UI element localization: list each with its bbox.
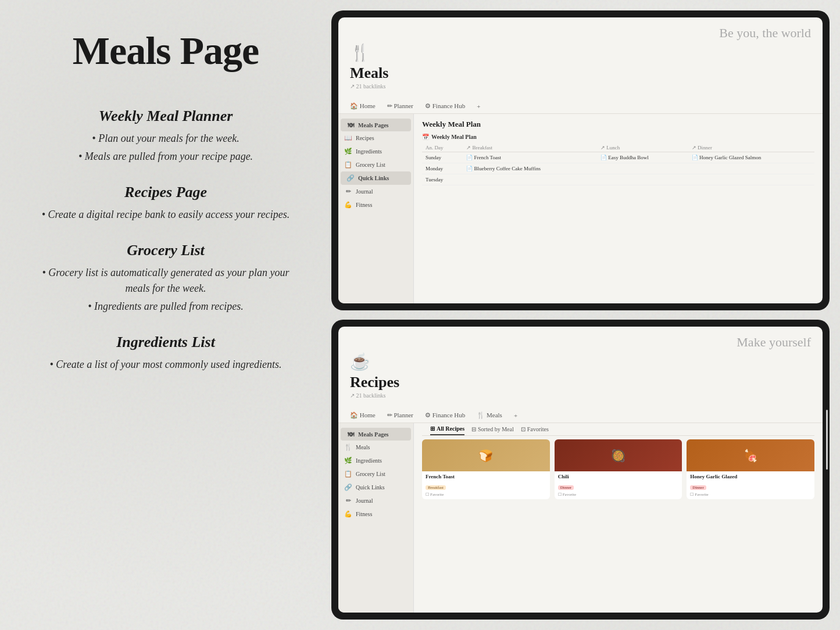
top-tablet-body: 🍽 Meals Pages 📖 Recipes 🌿 Ingredients 📋 … [338,114,823,303]
quick-links-icon: 🔗 [346,174,355,182]
favorite-label: Favorite [695,492,708,497]
recipes-grid: 🍞 French Toast Breakfast ☐ Favorite [422,439,814,499]
fitness-icon: 💪 [344,201,352,209]
top-tablet-header: Be you, the world 🍴 Meals ↗ 21 backlinks [338,17,823,99]
bottom-tagline: Make yourself [350,335,811,350]
all-recipes-label: All Recipes [437,425,464,432]
calendar-icon: 📅 [422,134,429,140]
cell-lunch [597,163,688,174]
french-toast-favorite: ☐ Favorite [426,492,546,497]
nav-meals-bottom[interactable]: 🍴 Meals [477,411,502,419]
fitness-icon-b: 💪 [344,510,352,518]
cell-dinner [688,163,814,174]
col-breakfast: ↗ Breakfast [463,144,597,152]
nav-add[interactable]: + [477,102,480,110]
sidebar-label: Grocery List [356,162,385,168]
chili-name: Chili [558,474,679,479]
tab-all-recipes[interactable]: ⊞ All Recipes [430,423,464,435]
table-row: Tuesday [422,174,814,185]
main-content-title: Weekly Meal Plan [422,120,814,129]
sidebar-label: Meals Pages [358,431,389,438]
weekly-meal-planner-bullets: Plan out your meals for the week. Meals … [78,131,253,164]
sidebar-label: Fitness [356,511,372,517]
sidebar-bottom-meals[interactable]: 🍴 Meals [338,441,413,454]
honey-garlic-favorite: ☐ Favorite [690,492,811,497]
sidebar-label: Grocery List [356,471,385,477]
bullet-item: Create a digital recipe bank to easily a… [42,207,290,223]
sidebar-bottom-journal[interactable]: ✏ Journal [338,494,413,507]
recipes-page-icon: ☕ [350,352,811,371]
meals-icon: 🍴 [350,43,811,62]
tab-sorted-by-meal[interactable]: ⊟ Sorted by Meal [471,423,514,435]
nav-add-bottom[interactable]: + [514,411,517,419]
recipe-card-french-toast[interactable]: 🍞 French Toast Breakfast ☐ Favorite [422,439,550,499]
nav-planner[interactable]: ✏ Planner [387,102,413,110]
meal-plan-text: Weekly Meal Plan [431,134,477,140]
sidebar-item-meals-pages[interactable]: 🍽 Meals Pages [341,119,411,131]
sidebar-item-quick-links[interactable]: 🔗 Quick Links [341,171,411,185]
french-toast-name: French Toast [426,474,546,479]
top-nav: 🏠 Home ✏ Planner ⚙ Finance Hub + [338,99,823,114]
ingredients-list-title: Ingredients List [50,334,282,351]
section-ingredients-list: Ingredients List Create a list of your m… [50,319,282,377]
sidebar-bottom-grocery[interactable]: 📋 Grocery List [338,467,413,481]
sidebar-label: Journal [356,497,373,504]
sidebar-label: Quick Links [356,484,385,491]
right-panel: Be you, the world 🍴 Meals ↗ 21 backlinks… [331,0,840,630]
french-toast-image: 🍞 [422,439,550,471]
tab-bar: ⊞ All Recipes ⊟ Sorted by Meal ⊡ Favorit… [422,423,814,436]
french-toast-tag: Breakfast [426,485,446,490]
favorite-label: Favorite [430,492,444,497]
bullet-item: Plan out your meals for the week. [78,131,253,146]
meal-plan-section: 📅 Weekly Meal Plan An. Day ↗ Breakfast ↗… [422,134,814,185]
left-panel: Meals Page Weekly Meal Planner Plan out … [0,0,331,630]
sidebar-item-fitness[interactable]: 💪 Fitness [338,198,413,212]
nav-finance-hub[interactable]: ⚙ Finance Hub [425,102,465,110]
bottom-backlinks: ↗ 21 backlinks [350,392,811,399]
nav-home[interactable]: 🏠 Home [350,102,376,110]
cell-breakfast: 📄 Blueberry Coffee Cake Muffins [463,163,597,174]
favorites-label: Favorites [527,426,549,432]
scrollbar[interactable] [826,410,828,470]
sidebar-item-grocery-list[interactable]: 📋 Grocery List [338,158,413,171]
nav-home-bottom[interactable]: 🏠 Home [350,411,376,419]
bottom-page-title: Recipes [350,374,811,391]
french-toast-info: French Toast Breakfast ☐ Favorite [422,471,550,499]
col-lunch: ↗ Lunch [597,144,688,152]
weekly-meal-planner-title: Weekly Meal Planner [78,108,253,125]
top-tablet-screen: Be you, the world 🍴 Meals ↗ 21 backlinks… [338,17,823,303]
checkbox-icon: ☐ [690,492,694,497]
sidebar-bottom-quick-links[interactable]: 🔗 Quick Links [338,481,413,494]
chili-tag: Dinner [558,485,574,490]
sidebar-bottom-fitness[interactable]: 💪 Fitness [338,507,413,521]
sidebar-item-ingredients[interactable]: 🌿 Ingredients [338,145,413,158]
sidebar-bottom-ingredients[interactable]: 🌿 Ingredients [338,454,413,467]
bullet-item: Meals are pulled from your recipe page. [78,149,253,164]
top-page-title: Meals [350,65,811,82]
table-row: Sunday 📄 French Toast 📄 Easy Buddha Bowl… [422,152,814,163]
bottom-main-content: ⊞ All Recipes ⊟ Sorted by Meal ⊡ Favorit… [414,423,823,613]
table-row: Monday 📄 Blueberry Coffee Cake Muffins [422,163,814,174]
bullet-item: Grocery list is automatically generated … [35,265,296,296]
recipe-card-chili[interactable]: 🥘 Chili Dinner ☐ Favorite [555,439,682,499]
sidebar-item-journal[interactable]: ✏ Journal [338,185,413,198]
nav-planner-bottom[interactable]: ✏ Planner [387,411,413,419]
cell-day: Sunday [422,152,463,163]
sidebar-bottom-meals-pages[interactable]: 🍽 Meals Pages [341,428,411,441]
sidebar-label: Ingredients [356,148,382,155]
nav-finance-bottom[interactable]: ⚙ Finance Hub [425,411,465,419]
grocery-list-bullets: Grocery list is automatically generated … [35,265,296,314]
sidebar-item-recipes[interactable]: 📖 Recipes [338,131,413,145]
cell-breakfast: 📄 French Toast [463,152,597,163]
sidebar-label: Recipes [356,135,374,141]
tab-favorites[interactable]: ⊡ Favorites [521,423,549,435]
recipe-card-honey-garlic[interactable]: 🍖 Honey Garlic Glazed Dinner ☐ Favorite [687,439,814,499]
honey-garlic-image: 🍖 [687,439,814,471]
bullet-item: Ingredients are pulled from recipes. [35,299,296,314]
chili-info: Chili Dinner ☐ Favorite [555,471,682,499]
recipes-icon: 📖 [344,134,352,142]
bottom-sidebar: 🍽 Meals Pages 🍴 Meals 🌿 Ingredients 📋 Gr… [338,423,414,613]
cell-day: Tuesday [422,174,463,185]
cell-lunch [597,174,688,185]
ingredients-icon-b: 🌿 [344,457,352,464]
